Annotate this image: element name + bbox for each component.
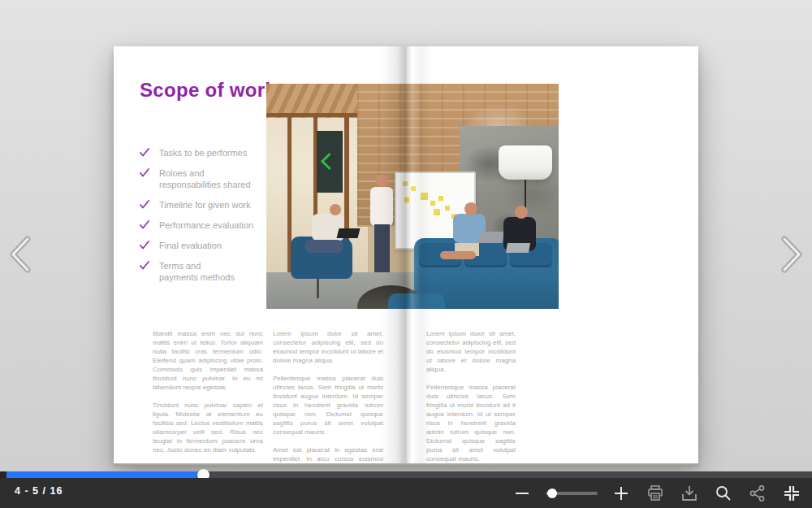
viewer-stage: Scope of work Tasks to be performesRoloe… [0, 0, 812, 471]
photo-seated-man-legs [305, 240, 343, 253]
body-paragraph: Pellentesque massa placerat duis ultrici… [273, 374, 383, 436]
body-paragraph: Blandit massa enim nec dui nunc mattis e… [153, 329, 263, 392]
photo-laptop [478, 232, 505, 243]
book-spread: Scope of work Tasks to be performesRoloe… [114, 46, 698, 463]
fullscreen-exit-button[interactable] [780, 481, 804, 506]
body-column-3: Lorem ipsum dolor sit amet, consectetur … [426, 329, 516, 472]
chevron-left-icon [5, 234, 37, 275]
next-page-button[interactable] [773, 234, 809, 275]
photo-pouf [388, 293, 445, 309]
progress-fill [6, 471, 203, 478]
check-icon [140, 220, 149, 229]
body-paragraph: Tincidunt nunc pulvinar sapien et ligula… [153, 401, 263, 454]
photo-sticky-note [445, 206, 450, 211]
checklist-item-label: Tasks to be performes [159, 147, 247, 158]
previous-page-button[interactable] [3, 234, 39, 275]
toolbar-tools [510, 478, 804, 508]
photo-laptop [506, 243, 530, 253]
photo-sticky-note [438, 196, 443, 201]
photo-chalkboard [317, 131, 343, 193]
photo-presenter-head [376, 175, 388, 187]
zoom-in-button[interactable] [609, 481, 633, 506]
page-stack-edge [114, 463, 698, 466]
search-button[interactable] [711, 481, 736, 506]
minus-icon [513, 484, 531, 502]
checklist-item-label: Timeline for given work [159, 199, 251, 211]
check-icon [140, 168, 149, 177]
checklist-item-label: Roloes and responsabilities shared [159, 167, 251, 190]
viewer-toolbar: 4 - 5 / 16 [0, 478, 812, 508]
check-icon [140, 200, 149, 209]
body-column-2: Lorem ipsum dolor sit amet, consectetur … [273, 329, 383, 490]
photo-laptop [337, 228, 361, 238]
photo-sofa-man-1-head [464, 202, 477, 215]
chevron-right-icon [775, 234, 807, 275]
checklist-item-label: Terms and payments methods [159, 260, 235, 283]
zoom-out-button[interactable] [510, 481, 534, 506]
share-icon [748, 484, 767, 503]
printer-icon [646, 484, 665, 503]
photo-sticky-note [411, 186, 416, 191]
photo-presenter-legs [374, 224, 390, 275]
body-paragraph: Pellentesque massa placerat duis ultrici… [426, 383, 516, 463]
print-button[interactable] [643, 481, 667, 506]
photo-chair-base [317, 277, 319, 298]
page-title: Scope of work [140, 79, 276, 102]
body-column-1: Blandit massa enim nec dui nunc mattis e… [153, 329, 263, 463]
zoom-slider-handle[interactable] [547, 488, 557, 498]
photo-sticky-note [421, 193, 428, 200]
progress-notch [0, 471, 6, 478]
photo-sofa-man-2-head [515, 206, 528, 219]
download-icon [680, 484, 699, 503]
photo-sticky-note [430, 201, 435, 206]
photo-window-frame [266, 113, 368, 117]
photo-lamp-shade [499, 145, 552, 180]
photo-sticky-note [403, 181, 408, 186]
checklist-item-label: Final evaluation [159, 240, 222, 251]
fullscreen-exit-icon [782, 484, 801, 503]
check-icon [140, 148, 149, 157]
photo-sticky-note [434, 209, 440, 215]
reading-progress-bar[interactable] [0, 471, 812, 478]
checklist-item-label: Performance evaluation [159, 219, 253, 231]
download-button[interactable] [677, 481, 702, 506]
photo-presenter [370, 187, 393, 226]
photo-sofa-man-1-legs [440, 251, 476, 259]
zoom-slider[interactable] [546, 492, 598, 495]
search-icon [714, 484, 733, 503]
check-icon [140, 241, 149, 250]
plus-icon [612, 484, 630, 502]
body-paragraph: Lorem ipsum dolor sit amet, consectetur … [273, 329, 383, 365]
spread-photo [266, 84, 559, 309]
page-indicator: 4 - 5 / 16 [15, 485, 63, 497]
body-paragraph: Lorem ipsum dolor sit amet, consectetur … [426, 329, 516, 374]
check-icon [140, 261, 149, 270]
photo-seated-man-head [330, 204, 341, 215]
photo-sticky-note [404, 198, 409, 202]
share-button[interactable] [745, 481, 770, 506]
